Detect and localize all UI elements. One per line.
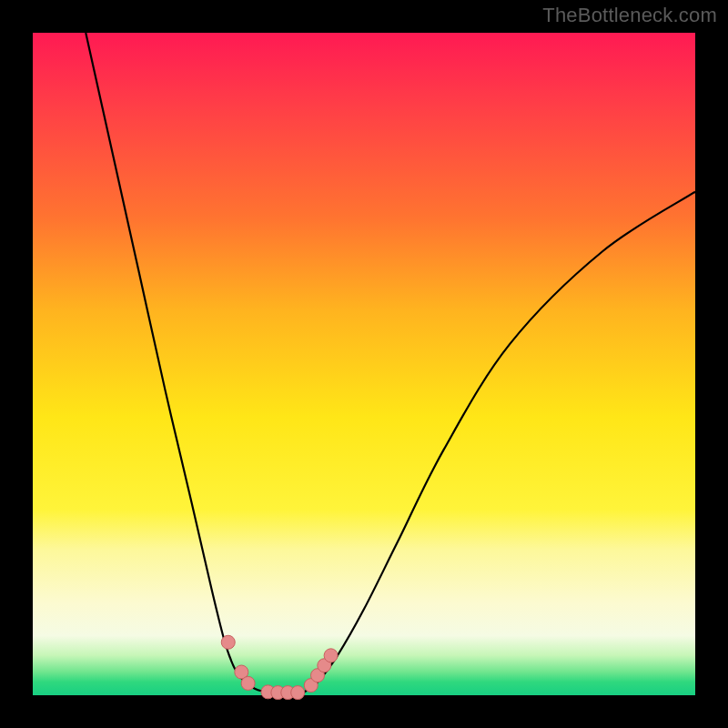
- series-lines: [86, 33, 695, 693]
- marker-point: [221, 635, 235, 649]
- marker-point: [241, 676, 255, 690]
- marker-point: [291, 686, 305, 700]
- curve-svg: [33, 33, 695, 695]
- series-left-arm: [86, 33, 265, 692]
- series-right-arm: [304, 192, 695, 693]
- highlight-markers: [221, 635, 338, 699]
- watermark-text: TheBottleneck.com: [542, 4, 717, 27]
- chart-frame: TheBottleneck.com: [0, 0, 728, 728]
- marker-point: [324, 649, 338, 662]
- plot-area: [33, 33, 695, 695]
